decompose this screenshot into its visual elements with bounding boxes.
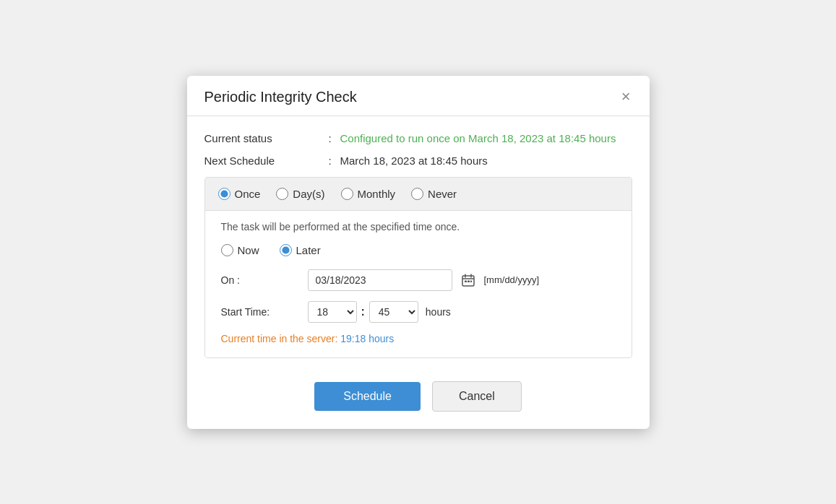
radio-monthly-label: Monthly — [358, 188, 396, 200]
radio-days-label: Day(s) — [293, 188, 324, 200]
radio-later[interactable] — [280, 244, 292, 256]
radio-once-label: Once — [235, 188, 261, 200]
svg-rect-4 — [465, 280, 467, 282]
on-row: On : — [221, 269, 616, 291]
schedule-content: The task will be performed at the specif… — [205, 211, 632, 357]
radio-days[interactable] — [276, 188, 288, 200]
modal-footer: Schedule Cancel — [187, 365, 650, 429]
start-time-row: Start Time: 18 000102 030405 060708 0910… — [221, 301, 616, 323]
radio-tabs: Once Day(s) Monthly Never — [205, 178, 632, 211]
on-label: On : — [221, 274, 308, 286]
modal-title: Periodic Integrity Check — [204, 89, 357, 105]
radio-option-monthly[interactable]: Monthly — [341, 188, 396, 200]
date-format-hint: [mm/dd/yyyy] — [484, 274, 540, 285]
hour-select[interactable]: 18 000102 030405 060708 091011 121314 15… — [308, 301, 357, 323]
next-schedule-label: Next Schedule — [204, 155, 320, 167]
schedule-box: Once Day(s) Monthly Never The task will … — [204, 177, 632, 358]
time-colon-separator: : — [361, 305, 365, 318]
server-time-value: 19:18 hours — [340, 333, 394, 344]
radio-option-later[interactable]: Later — [280, 244, 321, 256]
current-status-colon: : — [320, 132, 340, 144]
radio-option-now[interactable]: Now — [221, 244, 259, 256]
svg-rect-5 — [467, 280, 470, 282]
next-schedule-row: Next Schedule : March 18, 2023 at 18:45 … — [204, 155, 632, 167]
radio-later-label: Later — [296, 244, 321, 256]
close-button[interactable]: × — [620, 89, 632, 105]
radio-now-label: Now — [238, 244, 259, 256]
task-description: The task will be performed at the specif… — [221, 221, 616, 233]
hours-unit-label: hours — [426, 306, 451, 318]
radio-option-once[interactable]: Once — [218, 188, 261, 200]
radio-option-never[interactable]: Never — [411, 188, 457, 200]
cancel-button[interactable]: Cancel — [432, 381, 522, 412]
schedule-button[interactable]: Schedule — [314, 382, 421, 411]
calendar-button[interactable] — [458, 271, 478, 289]
next-schedule-colon: : — [320, 155, 340, 167]
svg-rect-6 — [470, 280, 472, 282]
current-status-label: Current status — [204, 132, 320, 144]
start-time-label: Start Time: — [221, 306, 308, 318]
server-time-prefix: Current time in the server: — [221, 333, 338, 344]
radio-never[interactable] — [411, 188, 423, 200]
radio-once[interactable] — [218, 188, 230, 200]
minute-select[interactable]: 45 000510 152025 303540 5055 — [369, 301, 418, 323]
radio-option-days[interactable]: Day(s) — [276, 188, 324, 200]
radio-monthly[interactable] — [341, 188, 353, 200]
modal-header: Periodic Integrity Check × — [187, 76, 650, 116]
current-status-value: Configured to run once on March 18, 2023… — [340, 132, 616, 144]
periodic-integrity-check-modal: Periodic Integrity Check × Current statu… — [187, 76, 650, 429]
radio-never-label: Never — [428, 188, 457, 200]
radio-now[interactable] — [221, 244, 233, 256]
now-later-row: Now Later — [221, 244, 616, 256]
date-input-wrap: [mm/dd/yyyy] — [308, 269, 540, 291]
current-status-row: Current status : Configured to run once … — [204, 132, 632, 144]
calendar-icon — [461, 273, 475, 287]
next-schedule-value: March 18, 2023 at 18:45 hours — [340, 155, 488, 167]
server-time-row: Current time in the server: 19:18 hours — [221, 333, 616, 344]
date-input[interactable] — [308, 269, 452, 291]
time-wrap: 18 000102 030405 060708 091011 121314 15… — [308, 301, 451, 323]
modal-body: Current status : Configured to run once … — [187, 116, 650, 365]
